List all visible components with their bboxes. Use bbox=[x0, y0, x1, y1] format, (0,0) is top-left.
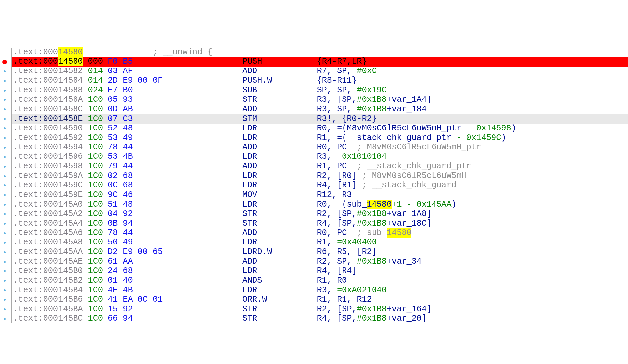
disasm-row[interactable]: .text:00014588 024 E7 B0 SUB SP, SP, #0x… bbox=[0, 86, 628, 95]
address[interactable]: .text:000145A4 bbox=[13, 219, 83, 228]
address[interactable]: .text:00014594 bbox=[13, 142, 83, 152]
address[interactable]: .text:0001459E bbox=[13, 190, 83, 200]
gutter[interactable] bbox=[0, 295, 12, 305]
row-content[interactable]: .text:000145BC 1C0 66 94 STR R4, [SP,#0x… bbox=[12, 314, 628, 323]
row-content[interactable]: .text:000145A0 1C0 51 48 LDR R0, =(sub_1… bbox=[12, 200, 628, 210]
disasm-row[interactable]: .text:000145BC 1C0 66 94 STR R4, [SP,#0x… bbox=[0, 314, 628, 323]
address[interactable]: .text:000145A8 bbox=[13, 238, 83, 247]
address[interactable]: .text:000145A0 bbox=[13, 200, 83, 209]
address[interactable]: .text:00014590 bbox=[13, 124, 83, 133]
row-content[interactable]: .text:000145AA 1C0 D2 E9 00 65 LDRD.W R6… bbox=[12, 247, 628, 257]
address[interactable]: .text:000145BC bbox=[13, 314, 83, 323]
row-content[interactable]: .text:000145B2 1C0 01 40 ANDS R1, R0 bbox=[12, 276, 628, 286]
row-content[interactable]: .text:0001458A 1C0 05 93 STR R3, [SP,#0x… bbox=[12, 95, 628, 105]
address[interactable]: .text:000145BA bbox=[13, 304, 83, 314]
disasm-row[interactable]: .text:000145B2 1C0 01 40 ANDS R1, R0 bbox=[0, 276, 628, 286]
address[interactable]: .text:0001459C bbox=[13, 181, 83, 190]
row-content[interactable]: .text:00014580 000 F0 B5 PUSH {R4-R7,LR} bbox=[12, 57, 628, 67]
row-content[interactable]: .text:000145A4 1C0 0B 94 STR R4, [SP,#0x… bbox=[12, 219, 628, 229]
address[interactable]: .text:000145B0 bbox=[13, 266, 83, 276]
gutter[interactable] bbox=[0, 105, 12, 114]
address[interactable]: .text:000145B6 bbox=[13, 295, 83, 304]
row-content[interactable]: .text:00014590 1C0 52 48 LDR R0, =(M8vM0… bbox=[12, 124, 628, 133]
row-content[interactable]: .text:0001459A 1C0 02 68 LDR R2, [R0] ; … bbox=[12, 171, 628, 181]
gutter[interactable] bbox=[0, 95, 12, 105]
row-content[interactable]: .text:00014582 014 03 AF ADD R7, SP, #0x… bbox=[12, 67, 628, 76]
disasm-row[interactable]: .text:000145AE 1C0 61 AA ADD R2, SP, #0x… bbox=[0, 257, 628, 266]
address[interactable]: .text:00014580 bbox=[13, 47, 83, 57]
address[interactable]: .text:00014588 bbox=[13, 85, 83, 95]
gutter[interactable] bbox=[0, 190, 12, 200]
disasm-row[interactable]: .text:00014580 ; __unwind { bbox=[0, 48, 628, 57]
address[interactable]: .text:0001458E bbox=[13, 114, 83, 124]
gutter[interactable] bbox=[0, 124, 12, 133]
disasm-row[interactable]: .text:00014584 014 2D E9 00 0F PUSH.W {R… bbox=[0, 76, 628, 86]
row-content[interactable]: .text:00014588 024 E7 B0 SUB SP, SP, #0x… bbox=[12, 86, 628, 95]
row-content[interactable]: .text:00014594 1C0 78 44 ADD R0, PC ; M8… bbox=[12, 143, 628, 152]
row-content[interactable]: .text:000145A6 1C0 78 44 ADD R0, PC ; su… bbox=[12, 228, 628, 238]
gutter[interactable] bbox=[0, 219, 12, 229]
gutter[interactable] bbox=[0, 171, 12, 181]
gutter[interactable] bbox=[0, 238, 12, 247]
gutter[interactable] bbox=[0, 48, 12, 57]
address[interactable]: .text:000145B4 bbox=[13, 285, 83, 295]
row-content[interactable]: .text:0001459E 1C0 9C 46 MOV R12, R3 bbox=[12, 190, 628, 200]
disasm-row[interactable]: .text:00014594 1C0 78 44 ADD R0, PC ; M8… bbox=[0, 143, 628, 152]
disasm-row[interactable]: .text:000145A0 1C0 51 48 LDR R0, =(sub_1… bbox=[0, 200, 628, 210]
gutter[interactable] bbox=[0, 133, 12, 143]
gutter[interactable] bbox=[0, 210, 12, 219]
disasm-row[interactable]: .text:00014592 1C0 53 49 LDR R1, =(__sta… bbox=[0, 133, 628, 143]
address[interactable]: .text:000145A2 bbox=[13, 209, 83, 219]
row-content[interactable]: .text:000145A8 1C0 50 49 LDR R1, =0x4040… bbox=[12, 238, 628, 247]
gutter[interactable] bbox=[0, 143, 12, 152]
gutter[interactable] bbox=[0, 162, 12, 171]
row-content[interactable]: .text:00014598 1C0 79 44 ADD R1, PC ; __… bbox=[12, 162, 628, 171]
address[interactable]: .text:0001458A bbox=[13, 95, 83, 104]
address[interactable]: .text:0001458C bbox=[13, 104, 83, 114]
address[interactable]: .text:000145AA bbox=[13, 247, 83, 257]
row-content[interactable]: .text:00014584 014 2D E9 00 0F PUSH.W {R… bbox=[12, 76, 628, 86]
address[interactable]: .text:000145AE bbox=[13, 257, 83, 266]
gutter[interactable] bbox=[0, 247, 12, 257]
disasm-row[interactable]: .text:000145B4 1C0 4E 4B LDR R3, =0xA021… bbox=[0, 286, 628, 295]
disasm-row[interactable]: .text:0001459C 1C0 0C 68 LDR R4, [R1] ; … bbox=[0, 181, 628, 190]
gutter[interactable] bbox=[0, 257, 12, 266]
row-content[interactable]: .text:0001459C 1C0 0C 68 LDR R4, [R1] ; … bbox=[12, 181, 628, 190]
disasm-row[interactable]: .text:000145BA 1C0 15 92 STR R2, [SP,#0x… bbox=[0, 305, 628, 314]
disasm-row[interactable]: .text:000145A6 1C0 78 44 ADD R0, PC ; su… bbox=[0, 228, 628, 238]
gutter[interactable] bbox=[0, 76, 12, 86]
address[interactable]: .text:00014580 bbox=[13, 57, 83, 66]
disasm-row[interactable]: .text:00014580 000 F0 B5 PUSH {R4-R7,LR} bbox=[0, 57, 628, 67]
gutter[interactable] bbox=[0, 228, 12, 238]
gutter[interactable] bbox=[0, 200, 12, 210]
row-content[interactable]: .text:00014596 1C0 53 4B LDR R3, =0x1010… bbox=[12, 152, 628, 162]
address[interactable]: .text:000145B2 bbox=[13, 276, 83, 285]
gutter[interactable] bbox=[0, 266, 12, 276]
gutter[interactable] bbox=[0, 57, 12, 67]
gutter[interactable] bbox=[0, 305, 12, 314]
gutter[interactable] bbox=[0, 286, 12, 295]
gutter[interactable] bbox=[0, 86, 12, 95]
disasm-row[interactable]: .text:000145A2 1C0 04 92 STR R2, [SP,#0x… bbox=[0, 210, 628, 219]
gutter[interactable] bbox=[0, 314, 12, 323]
disasm-row[interactable]: .text:000145B6 1C0 41 EA 0C 01 ORR.W R1,… bbox=[0, 295, 628, 305]
row-content[interactable]: .text:000145A2 1C0 04 92 STR R2, [SP,#0x… bbox=[12, 210, 628, 219]
disasm-row[interactable]: .text:000145A8 1C0 50 49 LDR R1, =0x4040… bbox=[0, 238, 628, 247]
disasm-row[interactable]: .text:00014598 1C0 79 44 ADD R1, PC ; __… bbox=[0, 162, 628, 171]
disasm-row[interactable]: .text:00014582 014 03 AF ADD R7, SP, #0x… bbox=[0, 67, 628, 76]
address[interactable]: .text:00014592 bbox=[13, 133, 83, 143]
address[interactable]: .text:0001459A bbox=[13, 171, 83, 181]
disasm-row[interactable]: .text:0001458A 1C0 05 93 STR R3, [SP,#0x… bbox=[0, 95, 628, 105]
gutter[interactable] bbox=[0, 181, 12, 190]
disassembly-listing[interactable]: .text:00014580 ; __unwind {.text:0001458… bbox=[0, 48, 628, 324]
row-content[interactable]: .text:000145AE 1C0 61 AA ADD R2, SP, #0x… bbox=[12, 257, 628, 266]
disasm-row[interactable]: .text:000145AA 1C0 D2 E9 00 65 LDRD.W R6… bbox=[0, 247, 628, 257]
address[interactable]: .text:00014582 bbox=[13, 66, 83, 76]
row-content[interactable]: .text:0001458C 1C0 0D AB ADD R3, SP, #0x… bbox=[12, 105, 628, 114]
disasm-row[interactable]: .text:0001458E 1C0 07 C3 STM R3!, {R0-R2… bbox=[0, 114, 628, 124]
row-content[interactable]: .text:000145B4 1C0 4E 4B LDR R3, =0xA021… bbox=[12, 286, 628, 295]
disasm-row[interactable]: .text:0001458C 1C0 0D AB ADD R3, SP, #0x… bbox=[0, 105, 628, 114]
disasm-row[interactable]: .text:00014596 1C0 53 4B LDR R3, =0x1010… bbox=[0, 152, 628, 162]
breakpoint-icon[interactable] bbox=[2, 60, 7, 64]
disasm-row[interactable]: .text:000145B0 1C0 24 68 LDR R4, [R4] bbox=[0, 266, 628, 276]
